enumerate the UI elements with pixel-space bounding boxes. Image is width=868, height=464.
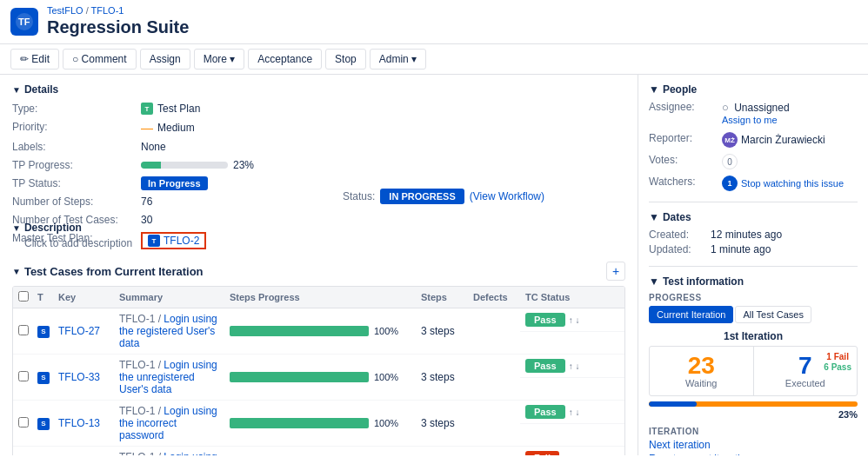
sort-arrows[interactable]: ↑ ↓	[569, 408, 580, 417]
assignee-label: Assignee:	[649, 101, 717, 126]
type-label: Type:	[12, 101, 134, 116]
steps-progress-bar	[230, 418, 369, 428]
cell-key: TFLO-33	[53, 355, 114, 401]
stop-watching-link[interactable]: Stop watching this issue	[741, 178, 844, 189]
issue-summary-link[interactable]: TFLO-1 / Login using the registered User…	[119, 313, 217, 349]
description-arrow-icon: ▼	[12, 223, 21, 233]
issue-summary-link[interactable]: TFLO-1 / Login using the incorrect passw…	[119, 405, 217, 441]
acceptance-button[interactable]: Acceptance	[248, 49, 322, 70]
table-row: S TFLO-13 TFLO-1 / Login using the incor…	[13, 401, 624, 447]
tab-all-test-cases[interactable]: All Test Cases	[735, 306, 811, 323]
priority-text: Medium	[157, 122, 195, 134]
sort-arrows[interactable]: ↑ ↓	[569, 315, 580, 325]
breadcrumb-issue[interactable]: TFLO-1	[91, 5, 124, 16]
assign-to-me-link[interactable]: Assign to me	[722, 115, 778, 125]
cell-t: S	[34, 401, 53, 447]
row-checkbox[interactable]	[18, 371, 29, 381]
dates-section-header[interactable]: ▼ Dates	[649, 211, 858, 223]
waiting-label: Waiting	[653, 378, 750, 388]
comment-button[interactable]: ○ Comment	[63, 49, 137, 70]
people-grid: Assignee: ○ Unassigned Assign to me Repo…	[649, 101, 858, 191]
issue-key-link[interactable]: TFLO-13	[58, 417, 100, 429]
edit-button[interactable]: ✏ Edit	[10, 49, 59, 70]
waiting-number: 23	[653, 354, 750, 378]
admin-button[interactable]: Admin ▾	[370, 49, 426, 70]
status-row: Status: IN PROGRESS (View Workflow)	[343, 189, 625, 204]
cell-steps-progress: 100%	[224, 308, 416, 355]
col-tc-status: TC Status	[520, 287, 624, 308]
cell-tc-status: Pass ↑ ↓	[520, 308, 624, 332]
description-title: Description	[24, 222, 82, 234]
iteration-tabs: Current Iteration All Test Cases	[649, 306, 858, 323]
issue-type-icon: S	[37, 372, 50, 384]
issue-key-link[interactable]: TFLO-27	[58, 325, 100, 337]
add-test-case-button[interactable]: +	[606, 262, 625, 281]
cell-steps-progress: 100%	[224, 355, 416, 401]
breadcrumb: TestFLO / TFLO-1	[47, 5, 189, 16]
cell-checkbox	[13, 447, 34, 456]
issue-key-link[interactable]: TFLO-33	[58, 371, 100, 383]
issue-type-icon: S	[37, 418, 50, 430]
more-button[interactable]: More ▾	[194, 49, 245, 70]
issue-type-icon: S	[37, 326, 50, 338]
people-section-header[interactable]: ▼ People	[649, 83, 858, 96]
executed-label: Executed	[758, 378, 854, 388]
cell-defects	[468, 355, 520, 401]
cell-t: S	[34, 355, 53, 401]
cell-steps-progress: 100%	[224, 401, 416, 447]
test-cases-header: ▼ Test Cases from Current Iteration +	[12, 262, 625, 281]
pass-badge: 6 Pass	[824, 362, 851, 372]
col-steps-progress: Steps Progress	[224, 287, 416, 308]
tab-current-iteration[interactable]: Current Iteration	[649, 306, 733, 323]
row-checkbox[interactable]	[18, 417, 29, 428]
steps-progress-bar	[230, 372, 369, 382]
stop-button[interactable]: Stop	[325, 49, 366, 70]
test-cases-title-row[interactable]: ▼ Test Cases from Current Iteration	[12, 265, 204, 278]
details-section-header[interactable]: ▼ Details	[12, 83, 625, 96]
cell-defects	[468, 308, 520, 355]
status-field-label: Status:	[343, 190, 375, 202]
people-title: People	[663, 83, 697, 96]
test-info-header[interactable]: ▼ Test information	[649, 275, 858, 288]
col-defects: Defects	[468, 287, 520, 308]
people-arrow-icon: ▼	[649, 83, 659, 96]
cell-checkbox	[13, 401, 34, 447]
view-workflow-link[interactable]: (View Workflow)	[470, 190, 544, 202]
main-layout: ▼ Details Type: T Test Plan Priority: — …	[0, 75, 868, 455]
type-value: T Test Plan	[141, 101, 625, 116]
priority-label: Priority:	[12, 119, 134, 136]
unassigned-icon: ○	[722, 101, 729, 114]
issue-summary-link[interactable]: TFLO-1 / Login using only Login of the r…	[119, 451, 217, 455]
status-badge: Pass	[525, 405, 565, 419]
status-badge-main: IN PROGRESS	[380, 189, 464, 204]
breadcrumb-project[interactable]: TestFLO	[47, 5, 83, 16]
labels-label: Labels:	[12, 139, 134, 155]
tp-status-label: TP Status:	[12, 176, 134, 191]
row-checkbox[interactable]	[18, 325, 29, 335]
votes-label: Votes:	[649, 154, 717, 169]
sort-arrows[interactable]: ↑ ↓	[569, 361, 580, 371]
next-iteration-link[interactable]: Next iteration	[649, 439, 858, 451]
master-test-plan-value: T TFLO-2	[141, 230, 625, 251]
steps-progress-bar	[230, 326, 369, 336]
select-all-checkbox[interactable]	[18, 291, 29, 302]
test-cases-section: ▼ Test Cases from Current Iteration + T …	[12, 262, 625, 455]
cell-summary: TFLO-1 / Login using the registered User…	[114, 308, 224, 355]
cell-tc-status: Fail ↑ ↓	[520, 447, 624, 455]
master-tp-link[interactable]: TFLO-2	[164, 235, 199, 247]
reset-iteration-link[interactable]: Reset current iteration	[649, 453, 858, 455]
fail-pass-badges: 1 Fail 6 Pass	[824, 352, 851, 372]
test-cases-table-container: T Key Summary Steps Progress Steps Defec…	[12, 286, 625, 455]
sort-arrows[interactable]: ↑ ↓	[563, 454, 574, 456]
updated-value: 1 minute ago	[711, 243, 858, 255]
reporter-avatar: MŻ	[722, 132, 738, 148]
status-badge: Pass	[525, 359, 565, 373]
cell-key: TFLO-13	[53, 401, 114, 447]
watchers-label: Watchers:	[649, 176, 717, 191]
table-row: S TFLO-4 TFLO-1 / Login using only Login…	[13, 447, 624, 456]
created-value: 12 minutes ago	[711, 229, 858, 241]
cell-defects	[468, 401, 520, 447]
assign-button[interactable]: Assign	[140, 49, 190, 70]
issue-summary-link[interactable]: TFLO-1 / Login using the unregistered Us…	[119, 359, 217, 395]
cell-steps: 3 steps	[416, 308, 468, 355]
